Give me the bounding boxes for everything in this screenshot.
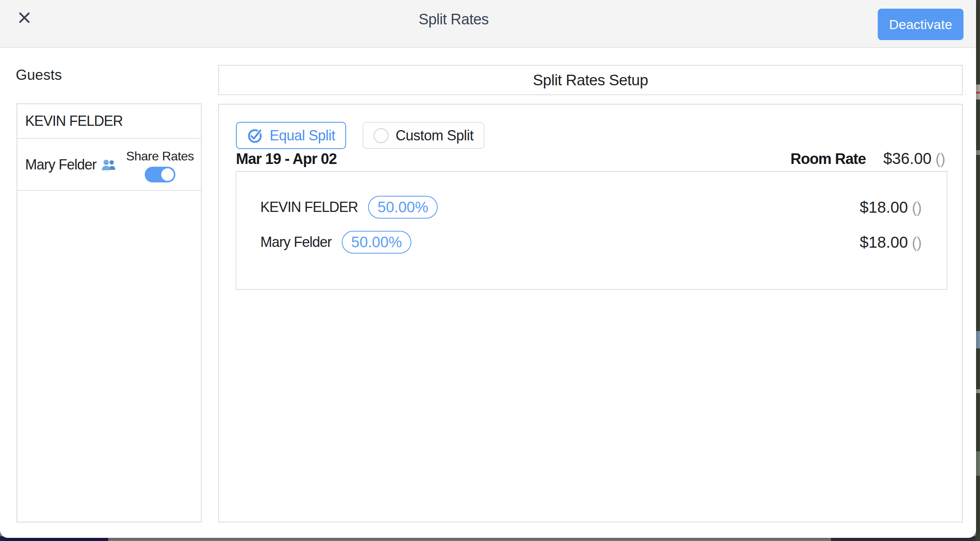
check-circle-icon — [247, 128, 263, 144]
guest-row-primary[interactable]: KEVIN FELDER — [17, 104, 201, 139]
split-row: Mary Felder 50.00% $18.00() — [260, 230, 922, 254]
toggle-knob — [161, 168, 174, 181]
deactivate-button[interactable]: Deactivate — [878, 9, 963, 40]
split-guest-name: KEVIN FELDER — [260, 199, 358, 215]
guest-list: KEVIN FELDER Mary Felder Share Rates — [17, 103, 202, 523]
radio-unchecked-icon — [374, 128, 389, 143]
split-amount: $18.00() — [860, 234, 922, 251]
guest-name: Mary Felder — [25, 139, 116, 191]
split-guest-name: Mary Felder — [260, 234, 332, 250]
modal-title: Split Rates — [29, 11, 878, 28]
guests-heading: Guests — [16, 67, 62, 83]
date-range: Mar 19 - Apr 02 — [236, 151, 337, 167]
percent-pill[interactable]: 50.00% — [342, 231, 411, 254]
guest-row-secondary[interactable]: Mary Felder Share Rates — [17, 139, 201, 191]
share-rates-label: Share Rates — [126, 149, 194, 164]
guest-split-box: KEVIN FELDER 50.00% $18.00() Mary Felder… — [236, 171, 947, 290]
percent-pill[interactable]: 50.00% — [368, 196, 438, 219]
split-setup-panel: Equal Split Custom Split Mar 19 - Apr 02… — [218, 104, 963, 523]
modal-header: Split Rates Deactivate — [0, 0, 976, 48]
room-rate-label: Room Rate — [790, 151, 866, 167]
setup-header: Split Rates Setup — [218, 65, 963, 95]
setup-title: Split Rates Setup — [533, 72, 648, 89]
share-rates-toggle[interactable] — [145, 167, 175, 182]
split-rates-modal: Split Rates Deactivate Guests KEVIN FELD… — [0, 0, 976, 538]
split-row: KEVIN FELDER 50.00% $18.00() — [260, 195, 922, 219]
users-icon — [101, 158, 116, 171]
custom-split-button[interactable]: Custom Split — [363, 122, 484, 149]
close-icon[interactable] — [18, 11, 31, 24]
equal-split-button[interactable]: Equal Split — [236, 122, 346, 149]
background-right-strip — [976, 0, 980, 541]
room-rate-value: $36.00() — [883, 150, 945, 167]
split-amount: $18.00() — [860, 199, 922, 216]
share-rates-block: Share Rates — [126, 149, 194, 182]
